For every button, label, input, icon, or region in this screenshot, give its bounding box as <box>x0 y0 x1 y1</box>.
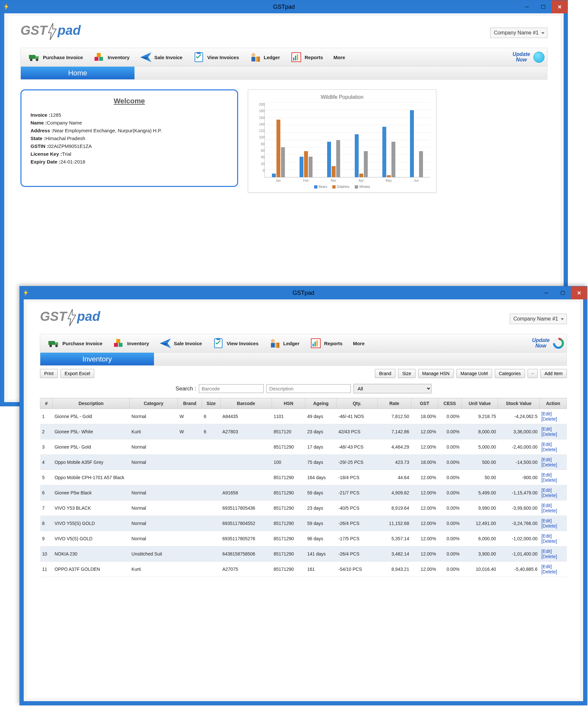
search-description-input[interactable] <box>266 384 351 393</box>
toolbar-inventory[interactable]: Inventory <box>108 336 154 350</box>
delete-link[interactable]: [Delete] <box>541 432 564 437</box>
size-button[interactable]: Size <box>398 369 415 378</box>
col-qty-[interactable]: Qty. <box>337 398 377 409</box>
cell-description: Gionee P5w Black <box>52 485 130 501</box>
toolbar-more[interactable]: More <box>347 339 370 347</box>
bar <box>419 151 423 177</box>
update-now-link[interactable]: UpdateNow <box>532 338 550 349</box>
cell-hsn: 85171290 <box>271 516 305 531</box>
delete-link[interactable]: [Delete] <box>541 493 564 498</box>
--button[interactable]: - <box>527 369 538 378</box>
toolbar-label: Inventory <box>108 55 130 60</box>
col-cess[interactable]: CESS <box>438 398 461 409</box>
edit-link[interactable]: [Edit] <box>541 472 564 477</box>
bar-group <box>375 103 403 177</box>
toolbar-inventory[interactable]: Inventory <box>88 50 135 64</box>
svg-rect-20 <box>297 54 298 61</box>
cell-cess: 0.00% <box>438 501 461 516</box>
brand-button[interactable]: Brand <box>375 369 395 378</box>
boxes-icon <box>113 337 124 349</box>
col--[interactable]: # <box>40 398 52 409</box>
col-stock-value[interactable]: Stock Value <box>498 398 540 409</box>
table-row: 3Gionee P5L- GoldNormal8517129017 days-4… <box>40 439 567 455</box>
toolbar-view-invoices[interactable]: View Invoices <box>207 336 264 350</box>
svg-rect-18 <box>293 58 294 61</box>
search-barcode-input[interactable] <box>199 384 264 393</box>
edit-link[interactable]: [Edit] <box>541 427 564 432</box>
col-rate[interactable]: Rate <box>377 398 411 409</box>
export-excel-button[interactable]: Export Excel <box>61 369 95 378</box>
col-hsn[interactable]: HSN <box>271 398 305 409</box>
toolbar-ledger[interactable]: Ledger <box>244 50 285 64</box>
manage-uom-button[interactable]: Manage UoM <box>456 369 492 378</box>
company-selector[interactable]: Company Name #1 <box>510 314 567 324</box>
delete-link[interactable]: [Delete] <box>541 477 564 483</box>
col-barcode[interactable]: Barcode <box>220 398 271 409</box>
col-category[interactable]: Category <box>130 398 178 409</box>
print-button[interactable]: Print <box>40 369 58 378</box>
toolbar-reports[interactable]: Reports <box>305 336 348 350</box>
edit-link[interactable]: [Edit] <box>541 487 564 493</box>
company-selector[interactable]: Company Name #1 <box>490 28 547 38</box>
maximize-button[interactable]: ☐ <box>535 0 551 13</box>
bar <box>382 127 386 177</box>
categories-button[interactable]: Categories <box>495 369 525 378</box>
delete-link[interactable]: [Delete] <box>541 554 564 559</box>
cell-barcode: 6935117805436 <box>220 501 271 516</box>
manage-hsn-button[interactable]: Manage HSN <box>418 369 454 378</box>
edit-link[interactable]: [Edit] <box>541 442 564 447</box>
cell-description: NOKIA 230 <box>52 546 130 562</box>
search-filter-select[interactable]: All <box>354 384 432 393</box>
cell-barcode: A27803 <box>220 424 271 439</box>
svg-rect-27 <box>114 343 118 347</box>
delete-link[interactable]: [Delete] <box>541 569 564 574</box>
toolbar-purchase-invoice[interactable]: Purchase Invoice <box>24 50 88 64</box>
edit-link[interactable]: [Edit] <box>541 457 564 462</box>
report-icon <box>290 52 302 63</box>
welcome-line: State :Himachal Pradesh <box>31 135 228 142</box>
toolbar-sale-invoice[interactable]: Sale Invoice <box>135 50 188 64</box>
window-controls: ─ ☐ ✕ <box>538 287 587 299</box>
toolbar-view-invoices[interactable]: View Invoices <box>188 50 244 64</box>
delete-link[interactable]: [Delete] <box>541 416 564 422</box>
edit-link[interactable]: [Edit] <box>541 411 564 416</box>
col-description[interactable]: Description <box>52 398 130 409</box>
col-unit-value[interactable]: Unit Value <box>461 398 498 409</box>
add-item-button[interactable]: Add Item <box>540 369 567 378</box>
col-size[interactable]: Size <box>202 398 220 409</box>
toolbar-more[interactable]: More <box>328 53 350 61</box>
col-gst[interactable]: GST <box>411 398 438 409</box>
edit-link[interactable]: [Edit] <box>541 564 564 569</box>
bar-group <box>320 103 347 177</box>
edit-link[interactable]: [Edit] <box>541 503 564 508</box>
edit-link[interactable]: [Edit] <box>541 549 564 554</box>
svg-rect-24 <box>55 342 58 345</box>
col-ageing[interactable]: Ageing <box>305 398 337 409</box>
minimize-button[interactable]: ─ <box>519 0 535 13</box>
cell-stock-value: -2,40,000.00 <box>498 439 540 455</box>
tab-inventory[interactable]: Inventory <box>40 353 154 365</box>
toolbar-reports[interactable]: Reports <box>285 50 328 64</box>
delete-link[interactable]: [Delete] <box>541 462 564 467</box>
col-action[interactable]: Action <box>539 398 566 409</box>
edit-link[interactable]: [Edit] <box>541 533 564 539</box>
close-button[interactable]: ✕ <box>551 0 567 13</box>
minimize-button[interactable]: ─ <box>538 287 555 299</box>
tab-home[interactable]: Home <box>21 67 135 79</box>
close-button[interactable]: ✕ <box>571 287 587 299</box>
cell-gst: 12.00% <box>411 501 438 516</box>
update-now-link[interactable]: UpdateNow <box>513 52 530 63</box>
delete-link[interactable]: [Delete] <box>541 539 564 544</box>
toolbar-purchase-invoice[interactable]: Purchase Invoice <box>43 336 108 350</box>
col-brand[interactable]: Brand <box>178 398 202 409</box>
toolbar-sale-invoice[interactable]: Sale Invoice <box>154 336 207 350</box>
maximize-button[interactable]: ☐ <box>555 287 571 299</box>
cell-size <box>202 531 220 546</box>
edit-link[interactable]: [Edit] <box>541 518 564 523</box>
cell-unit-value: 3,900.00 <box>461 546 498 562</box>
cell-ageing: 23 days <box>305 424 337 439</box>
toolbar-ledger[interactable]: Ledger <box>264 336 305 350</box>
delete-link[interactable]: [Delete] <box>541 523 564 529</box>
delete-link[interactable]: [Delete] <box>541 447 564 452</box>
delete-link[interactable]: [Delete] <box>541 508 564 513</box>
